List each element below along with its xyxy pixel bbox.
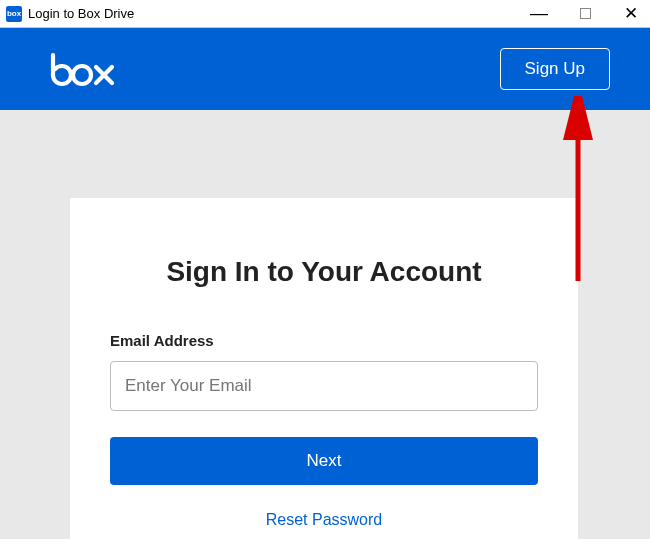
email-label: Email Address xyxy=(110,332,538,349)
signup-button[interactable]: Sign Up xyxy=(500,48,610,90)
svg-point-0 xyxy=(73,66,91,84)
top-header: Sign Up xyxy=(0,28,650,110)
login-card: Sign In to Your Account Email Address Ne… xyxy=(70,198,578,539)
email-field[interactable] xyxy=(110,361,538,411)
titlebar-controls: — ✕ xyxy=(524,2,646,26)
minimize-button[interactable]: — xyxy=(524,2,554,26)
signin-heading: Sign In to Your Account xyxy=(110,256,538,288)
reset-password-link[interactable]: Reset Password xyxy=(110,511,538,529)
maximize-button[interactable] xyxy=(570,2,600,26)
box-logo xyxy=(50,51,118,87)
close-button[interactable]: ✕ xyxy=(616,2,646,26)
content-area: Sign In to Your Account Email Address Ne… xyxy=(0,110,650,539)
next-button[interactable]: Next xyxy=(110,437,538,485)
window-titlebar: box Login to Box Drive — ✕ xyxy=(0,0,650,28)
app-icon: box xyxy=(6,6,22,22)
window-title: Login to Box Drive xyxy=(28,6,134,21)
titlebar-left: box Login to Box Drive xyxy=(6,6,134,22)
